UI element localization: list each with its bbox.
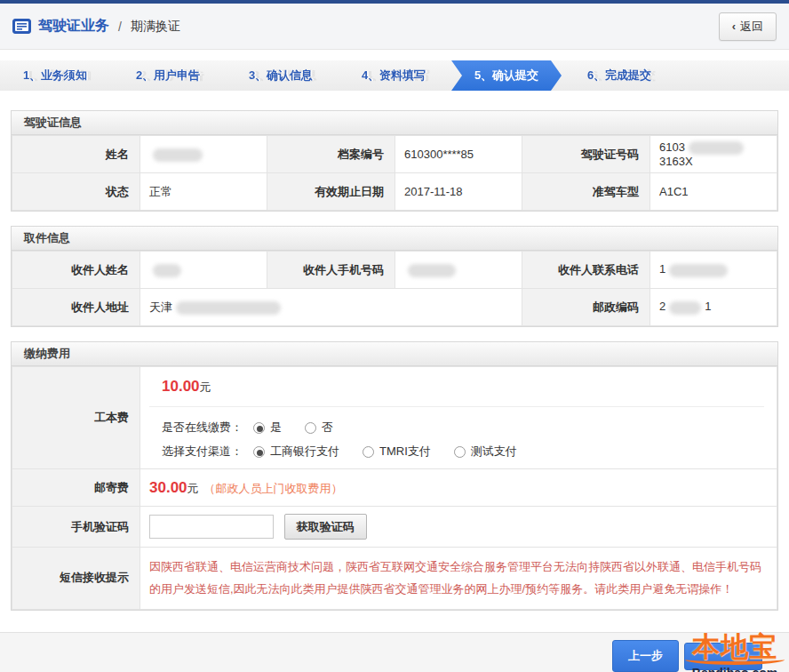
license-no-suffix: 3163X bbox=[659, 155, 693, 168]
recipient-mobile-value bbox=[395, 252, 522, 289]
fees-table: 工本费 10.00元 是否在线缴费： 是 bbox=[12, 366, 777, 610]
postal-code-suffix: 1 bbox=[705, 300, 711, 313]
license-info-table: 姓名 档案编号 610300****85 驾驶证号码 61033163X 状态 … bbox=[12, 135, 777, 211]
sms-tip-label: 短信接收提示 bbox=[12, 548, 140, 610]
sms-code-input[interactable] bbox=[149, 515, 274, 539]
production-fee-label: 工本费 bbox=[12, 367, 140, 469]
sms-tip-text: 因陕西省联通、电信运营商技术问题，陕西省互联网交通安全综合服务管理平台无法向持陕… bbox=[140, 548, 777, 609]
table-row: 邮寄费 30.00元（邮政人员上门收取费用） bbox=[12, 469, 777, 507]
page-header: 驾驶证业务 / 期满换证 ‹ 返回 bbox=[0, 4, 789, 50]
step-3-confirm-info[interactable]: 3、确认信息 bbox=[226, 60, 336, 91]
redacted-recipient-phone bbox=[669, 264, 728, 277]
radio-option-label: 测试支付 bbox=[471, 444, 517, 460]
production-fee-cell: 10.00元 是否在线缴费： 是 否 bbox=[140, 367, 777, 469]
valid-until-value: 2017-11-18 bbox=[395, 173, 522, 211]
radio-option-test[interactable]: 测试支付 bbox=[454, 444, 517, 460]
postal-code-prefix: 2 bbox=[659, 300, 665, 313]
table-row: 手机验证码 获取验证码 bbox=[12, 507, 777, 548]
valid-until-label: 有效期止日期 bbox=[267, 173, 395, 211]
table-row: 状态 正常 有效期止日期 2017-11-18 准驾车型 A1C1 bbox=[12, 173, 777, 211]
online-pay-radio-group: 是否在线缴费： 是 否 bbox=[162, 420, 764, 436]
page-subtitle: 期满换证 bbox=[131, 19, 180, 35]
recipient-name-value bbox=[140, 252, 267, 289]
radio-option-yes[interactable]: 是 bbox=[253, 420, 282, 436]
table-row: 姓名 档案编号 610300****85 驾驶证号码 61033163X bbox=[12, 136, 777, 173]
pickup-info-table: 收件人姓名 收件人手机号码 收件人联系电话 1 收件人地址 天津 邮政编码 21 bbox=[12, 251, 777, 326]
redacted-license-no bbox=[689, 141, 744, 155]
breadcrumb-separator: / bbox=[118, 20, 122, 34]
radio-unselected-icon[interactable] bbox=[305, 422, 316, 434]
mail-fee-amount: 30.00 bbox=[149, 479, 187, 496]
get-sms-code-button[interactable]: 获取验证码 bbox=[284, 514, 367, 540]
chevron-left-icon: ‹ bbox=[732, 20, 736, 33]
status-value: 正常 bbox=[140, 173, 267, 211]
main-content: 驾驶证信息 姓名 档案编号 610300****85 驾驶证号码 6103316… bbox=[0, 110, 789, 611]
production-fee-amount: 10.00 bbox=[162, 378, 200, 395]
license-info-section: 驾驶证信息 姓名 档案编号 610300****85 驾驶证号码 6103316… bbox=[11, 110, 778, 212]
recipient-address-label: 收件人地址 bbox=[12, 289, 140, 326]
mail-fee-label: 邮寄费 bbox=[12, 469, 140, 507]
radio-option-label: 是 bbox=[270, 420, 282, 436]
breadcrumb: 驾驶证业务 / 期满换证 bbox=[12, 17, 180, 36]
radio-option-no[interactable]: 否 bbox=[305, 420, 333, 436]
license-form-icon bbox=[12, 19, 31, 34]
sms-tip-cell: 因陕西省联通、电信运营商技术问题，陕西省互联网交通安全综合服务管理平台无法向持陕… bbox=[140, 548, 777, 610]
bendibao-site-label: Bendibao.com bbox=[681, 666, 789, 672]
radio-unselected-icon[interactable] bbox=[454, 446, 466, 458]
redacted-recipient-address bbox=[176, 301, 281, 315]
step-wizard: 1、业务须知 2、用户申告 3、确认信息 4、资料填写 5、确认提交 6、完成提… bbox=[0, 60, 789, 91]
radio-selected-icon[interactable] bbox=[253, 422, 265, 434]
radio-option-label: TMRI支付 bbox=[379, 444, 431, 460]
recipient-name-label: 收件人姓名 bbox=[12, 252, 140, 289]
postal-code-value: 21 bbox=[650, 289, 777, 326]
divider bbox=[149, 406, 764, 407]
radio-option-label: 否 bbox=[322, 420, 333, 436]
redacted-name bbox=[153, 148, 203, 162]
recipient-phone-value: 1 bbox=[650, 252, 777, 289]
step-1-business-notice[interactable]: 1、业务须知 bbox=[0, 60, 110, 91]
footer-bar: 上一步 本地宝 Bendibao.com bbox=[0, 632, 789, 672]
name-label: 姓名 bbox=[12, 136, 140, 173]
previous-step-button[interactable]: 上一步 bbox=[612, 640, 679, 672]
redacted-postal-code bbox=[669, 301, 701, 315]
page-title: 驾驶证业务 bbox=[38, 17, 109, 36]
back-button[interactable]: ‹ 返回 bbox=[719, 12, 777, 41]
online-pay-label: 是否在线缴费： bbox=[162, 420, 243, 436]
recipient-address-value: 天津 bbox=[140, 289, 522, 326]
radio-selected-icon[interactable] bbox=[253, 446, 265, 458]
redacted-recipient-mobile bbox=[408, 264, 456, 277]
radio-unselected-icon[interactable] bbox=[363, 446, 374, 458]
back-button-label: 返回 bbox=[740, 19, 763, 35]
file-no-value: 610300****85 bbox=[395, 136, 522, 173]
fees-section: 缴纳费用 工本费 10.00元 是否在线缴费： 是 bbox=[11, 341, 778, 611]
pay-channel-label: 选择支付渠道： bbox=[162, 444, 243, 460]
sms-code-cell: 获取验证码 bbox=[140, 507, 777, 548]
table-row: 收件人地址 天津 邮政编码 21 bbox=[12, 289, 777, 326]
step-2-user-declaration[interactable]: 2、用户申告 bbox=[113, 60, 223, 91]
step-6-complete-submit[interactable]: 6、完成提交 bbox=[564, 60, 674, 91]
license-no-value: 61033163X bbox=[650, 136, 777, 173]
step-4-fill-data[interactable]: 4、资料填写 bbox=[339, 60, 449, 91]
bendibao-logo: 本地宝 bbox=[681, 632, 789, 662]
recipient-address-prefix: 天津 bbox=[149, 300, 172, 314]
license-no-prefix: 6103 bbox=[659, 140, 685, 154]
license-section-title: 驾驶证信息 bbox=[12, 111, 777, 135]
mail-fee-note: （邮政人员上门收取费用） bbox=[204, 482, 343, 495]
bendibao-watermark: 本地宝 Bendibao.com bbox=[681, 632, 789, 672]
recipient-phone-prefix: 1 bbox=[659, 262, 665, 276]
step-5-confirm-submit-active[interactable]: 5、确认提交 bbox=[451, 60, 562, 91]
radio-option-label: 工商银行支付 bbox=[270, 444, 339, 460]
fees-section-title: 缴纳费用 bbox=[12, 342, 777, 366]
mail-fee-unit: 元 bbox=[187, 482, 199, 495]
pay-channel-radio-group: 选择支付渠道： 工商银行支付 TMRI支付 测试支付 bbox=[162, 444, 764, 460]
radio-option-tmri[interactable]: TMRI支付 bbox=[363, 444, 431, 460]
production-fee-unit: 元 bbox=[200, 380, 211, 394]
name-value bbox=[140, 136, 267, 173]
production-fee-amount-line: 10.00元 bbox=[162, 378, 764, 396]
table-row: 工本费 10.00元 是否在线缴费： 是 bbox=[12, 367, 777, 469]
recipient-mobile-label: 收件人手机号码 bbox=[267, 252, 395, 289]
radio-option-icbc[interactable]: 工商银行支付 bbox=[253, 444, 339, 460]
status-label: 状态 bbox=[12, 173, 140, 211]
vehicle-class-value: A1C1 bbox=[650, 173, 777, 211]
license-no-label: 驾驶证号码 bbox=[522, 136, 650, 173]
